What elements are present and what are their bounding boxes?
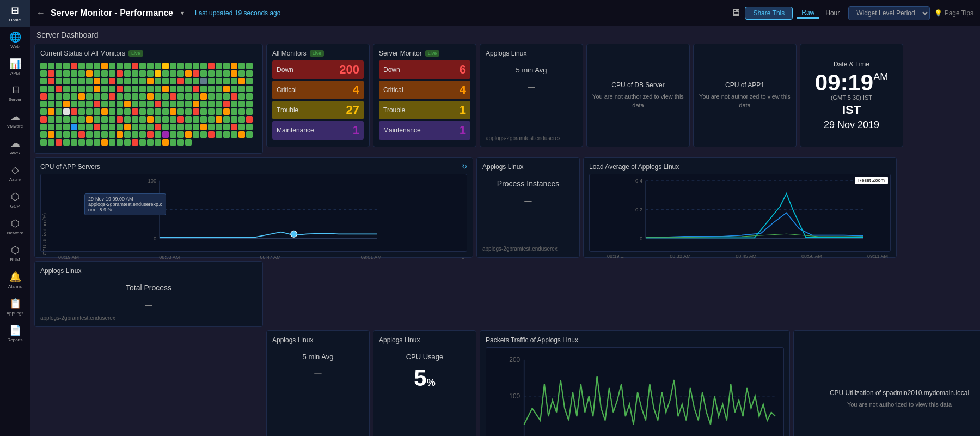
status-dot <box>155 124 161 130</box>
back-button[interactable]: ← <box>36 8 45 18</box>
status-dot <box>124 108 131 115</box>
status-dot <box>162 63 169 69</box>
applogs-process-footer: applogs-2gbramtest.enduserex <box>482 243 574 252</box>
status-dot <box>177 63 184 69</box>
status-dot <box>231 131 237 138</box>
status-dot <box>101 108 108 115</box>
cpu-spadmin-auth-msg: You are not authorized to view this data <box>847 400 952 409</box>
time-ampm: AM <box>873 71 888 83</box>
status-dot <box>185 139 192 146</box>
status-dot <box>63 93 70 100</box>
monitor-stat-trouble: Trouble 27 <box>272 101 364 119</box>
reset-zoom-button[interactable]: Reset Zoom <box>855 177 888 184</box>
sidebar-item-home[interactable]: ⊞ Home <box>0 0 30 27</box>
sidebar-label-alarms: Alarms <box>8 284 22 289</box>
status-dot <box>139 93 146 100</box>
status-dot <box>162 93 169 100</box>
status-dot <box>185 70 192 77</box>
sidebar-item-azure[interactable]: ◇ Azure <box>0 160 30 186</box>
status-dot <box>56 93 62 100</box>
sidebar-item-network[interactable]: ⬡ Network <box>0 213 30 240</box>
status-dot <box>71 93 77 100</box>
status-dot <box>86 70 93 77</box>
svg-text:0.2: 0.2 <box>635 207 642 213</box>
status-dot <box>177 116 184 123</box>
sidebar-item-vmware[interactable]: ☁ VMware <box>0 106 30 133</box>
alarms-icon: 🔔 <box>9 271 21 283</box>
status-dot <box>147 93 154 100</box>
status-dot <box>208 93 215 100</box>
status-dot <box>246 70 253 77</box>
status-dot <box>78 101 85 107</box>
server-stat-maintenance: Maintenance 1 <box>379 121 470 140</box>
load-chart-svg: 0.4 0.2 0 <box>590 174 890 251</box>
status-dot <box>132 70 138 77</box>
status-dot <box>139 78 146 84</box>
sidebar-item-aws[interactable]: ☁ AWS <box>0 133 30 160</box>
sidebar-label-apm: APM <box>10 71 20 76</box>
load-x-axis: 08:19 ... 08:32 AM 08:45 AM 08:58 AM 09:… <box>590 253 890 259</box>
status-dot <box>223 124 230 130</box>
rum-icon: ⬡ <box>11 244 20 256</box>
sidebar-item-gcp[interactable]: ⬡ GCP <box>0 186 30 213</box>
svg-text:0: 0 <box>154 235 156 241</box>
status-dot <box>48 78 54 84</box>
sidebar-item-applogs[interactable]: 📋 AppLogs <box>0 293 30 320</box>
sidebar-item-reports[interactable]: 📄 Reports <box>0 320 30 347</box>
monitor-stat-critical: Critical 4 <box>272 81 364 99</box>
status-dot <box>170 78 176 84</box>
status-dot <box>56 63 62 69</box>
status-dot <box>177 93 184 100</box>
status-dot <box>40 124 47 130</box>
cpu-db-auth-msg: You are not authorized to view this data <box>592 92 684 110</box>
status-dot <box>94 63 100 69</box>
status-dot <box>208 116 215 123</box>
status-dots-grid <box>40 63 257 146</box>
raw-hour-toggle: Raw Hour <box>797 8 844 19</box>
monitor-stat-down: Down 200 <box>272 60 364 79</box>
applogs-5min-b2-title: Applogs Linux <box>272 336 364 344</box>
hour-button[interactable]: Hour <box>821 8 844 18</box>
widget-period-select[interactable]: Widget Level Period <box>848 6 930 20</box>
status-dot <box>200 63 207 69</box>
server-monitor-widget: Server Monitor Live Down 6 Critical 4 Tr… <box>373 44 476 147</box>
status-dot <box>139 116 146 123</box>
sidebar-item-alarms[interactable]: 🔔 Alarms <box>0 267 30 293</box>
status-dot <box>71 131 77 138</box>
status-dot <box>124 93 131 100</box>
status-dot <box>86 101 93 107</box>
status-dot <box>162 131 169 138</box>
load-avg-widget: Load Average of Applogs Linux Reset Zoom… <box>583 157 897 258</box>
status-dot <box>109 116 115 123</box>
status-dot <box>101 93 108 100</box>
applogs-total-process-widget: Applogs Linux Total Process – applogs-2g… <box>34 261 263 327</box>
status-dot <box>162 108 169 115</box>
status-dot <box>40 86 47 92</box>
status-dot <box>170 139 176 146</box>
status-dot <box>124 131 131 138</box>
title-dropdown[interactable]: ▾ <box>181 9 184 17</box>
applogs-cpu-usage-title: Applogs Linux <box>379 336 470 344</box>
refresh-icon[interactable]: ↻ <box>462 163 467 171</box>
page-tips-link[interactable]: 💡 Page Tips <box>934 9 973 17</box>
status-dot <box>78 116 85 123</box>
status-dot <box>238 78 245 84</box>
status-dot <box>216 78 222 84</box>
share-button[interactable]: Share This <box>745 7 793 20</box>
cpu-app1-title: CPU of APP1 <box>725 81 764 89</box>
cpu-app-servers-title: CPU of APP Servers ↻ <box>40 163 467 171</box>
status-dot <box>109 108 115 115</box>
sidebar-label-network: Network <box>7 231 23 235</box>
status-dot <box>246 101 253 107</box>
status-dot <box>40 78 47 84</box>
sidebar-item-server[interactable]: 🖥 Server <box>0 80 30 106</box>
raw-button[interactable]: Raw <box>797 8 819 19</box>
status-dot <box>78 139 85 146</box>
time-container: 09:19 AM <box>815 71 888 94</box>
sidebar-item-web[interactable]: 🌐 Web <box>0 27 30 53</box>
status-dot <box>94 86 100 92</box>
sidebar-item-apm[interactable]: 📊 APM <box>0 53 30 80</box>
status-dot <box>117 93 123 100</box>
sidebar-item-rum[interactable]: ⬡ RUM <box>0 240 30 267</box>
status-dot <box>86 139 93 146</box>
